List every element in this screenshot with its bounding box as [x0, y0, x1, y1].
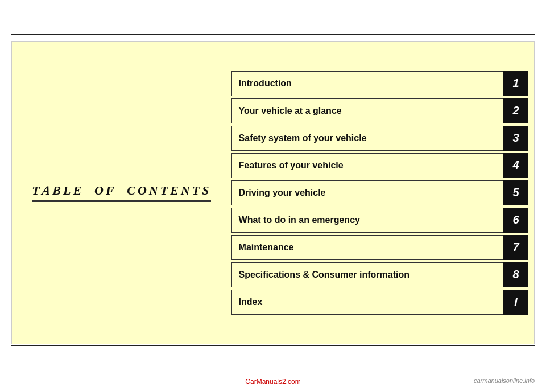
toc-item-number: 6	[503, 208, 528, 233]
toc-row[interactable]: Driving your vehicle5	[231, 180, 528, 205]
toc-item-number: I	[503, 290, 528, 315]
footer-link[interactable]: CarManuals2.com	[245, 378, 300, 386]
toc-item-number: 3	[503, 126, 528, 151]
toc-item-number: 1	[503, 71, 528, 96]
toc-row[interactable]: Maintenance7	[231, 235, 528, 260]
toc-row[interactable]: What to do in an emergency6	[231, 208, 528, 233]
toc-item-label: Maintenance	[231, 235, 503, 260]
toc-item-label: What to do in an emergency	[231, 208, 503, 233]
toc-list: Introduction1Your vehicle at a glance2Sa…	[231, 42, 534, 344]
page-title: TABLE OF CONTENTS	[32, 183, 211, 202]
toc-item-label: Driving your vehicle	[231, 180, 503, 205]
bottom-rule	[11, 345, 535, 346]
toc-item-number: 5	[503, 180, 528, 205]
left-panel: TABLE OF CONTENTS	[12, 42, 231, 344]
toc-row[interactable]: Features of your vehicle4	[231, 153, 528, 178]
toc-row[interactable]: Introduction1	[231, 71, 528, 96]
toc-item-label: Specifications & Consumer information	[231, 262, 503, 287]
toc-item-number: 8	[503, 262, 528, 287]
toc-item-label: Introduction	[231, 71, 503, 96]
top-rule	[11, 34, 535, 35]
toc-row[interactable]: Your vehicle at a glance2	[231, 98, 528, 123]
toc-row[interactable]: Specifications & Consumer information8	[231, 262, 528, 287]
watermark: carmanualsonline.info	[474, 377, 535, 384]
toc-item-number: 7	[503, 235, 528, 260]
toc-item-label: Your vehicle at a glance	[231, 98, 503, 123]
toc-row[interactable]: IndexI	[231, 290, 528, 315]
footer: CarManuals2.com	[0, 376, 546, 386]
main-content: TABLE OF CONTENTS Introduction1Your vehi…	[11, 41, 535, 344]
toc-row[interactable]: Safety system of your vehicle3	[231, 126, 528, 151]
toc-item-number: 4	[503, 153, 528, 178]
toc-item-label: Index	[231, 290, 503, 315]
toc-item-label: Safety system of your vehicle	[231, 126, 503, 151]
toc-item-label: Features of your vehicle	[231, 153, 503, 178]
toc-item-number: 2	[503, 98, 528, 123]
